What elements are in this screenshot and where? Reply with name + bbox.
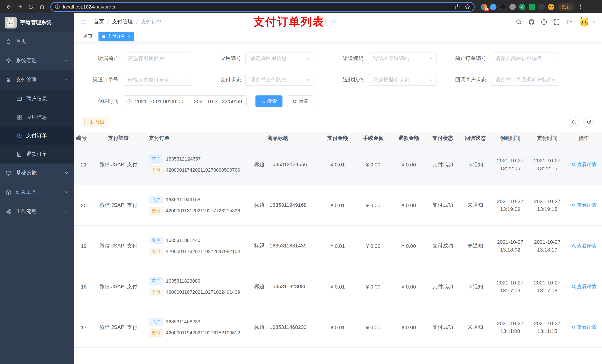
url-text: localhost:1024/pay/order <box>63 4 455 10</box>
merchant-select-input[interactable] <box>123 52 191 64</box>
collapse-sidebar-icon[interactable] <box>80 18 87 25</box>
search-icon <box>261 99 266 104</box>
back-icon[interactable] <box>4 2 13 11</box>
extension-icon[interactable]: 10 <box>481 3 487 10</box>
search-button[interactable]: 搜索 <box>256 95 282 107</box>
date-range-picker[interactable]: 2021-10-01 00:00:00 - 2021-10-31 23:59:5… <box>123 95 247 107</box>
browser-home-icon[interactable] <box>37 2 47 11</box>
forward-icon[interactable] <box>15 2 24 11</box>
column-header: 创建时间 <box>492 135 529 142</box>
profile-avatar-icon[interactable] <box>548 3 554 10</box>
extension-badge: 10 <box>484 8 489 11</box>
filter-merchant: 所属商户 <box>81 52 191 64</box>
sidebar-item-system[interactable]: 系统管理 <box>0 51 74 70</box>
view-detail-link[interactable]: 查看详情 <box>571 202 596 208</box>
cell-amount: ¥ 0.01 <box>320 202 355 208</box>
fullscreen-icon[interactable] <box>553 19 560 25</box>
refund-status-select[interactable]: 请选择退款状态 <box>368 74 437 86</box>
cell-refund: ¥ 0.00 <box>391 161 427 167</box>
chevron-down-icon <box>64 58 68 64</box>
tag-label: 首页 <box>84 33 93 40</box>
cell-pay-time: 2021-10-2713:17:08 <box>529 279 566 294</box>
pay-status-select[interactable]: 请选择支付状态 <box>246 74 314 86</box>
sidebar-item-pay-order[interactable]: 支付订单 <box>0 126 74 145</box>
sidebar-item-label: 工作流程 <box>16 208 37 215</box>
sidebar-item-label: 应用信息 <box>26 114 47 121</box>
sidebar-item-label: 基础设施 <box>16 170 37 177</box>
date-end[interactable]: 2021-10-31 23:59:59 <box>194 98 242 104</box>
extension-icon[interactable] <box>500 3 506 10</box>
cell-create-time: 2021-10-2713:18:02 <box>492 238 529 254</box>
reload-icon[interactable] <box>26 2 35 11</box>
sidebar-item-home[interactable]: 首页 <box>0 32 74 51</box>
sidebar-item-merchant-info[interactable]: 商户信息 <box>0 90 74 108</box>
sidebar-item-app-info[interactable]: 应用信息 <box>0 108 74 126</box>
search-icon <box>571 284 576 289</box>
filter-callback-status: 回调商户状态 请选择订单回调商户状态 <box>449 74 559 86</box>
sidebar-item-refund-order[interactable]: 退款订单 <box>0 145 74 164</box>
sidebar-item-workflow[interactable]: 工作流程 <box>0 202 74 221</box>
channel-order-no-input[interactable] <box>123 74 191 86</box>
user-avatar[interactable] <box>579 16 596 27</box>
merchant-order-no-input[interactable] <box>491 52 559 64</box>
export-button[interactable]: 导出 <box>85 117 109 127</box>
cell-pay-order: 商户1635311823086 支付4200001167202110271022… <box>144 277 249 296</box>
extension-icon[interactable] <box>490 3 496 10</box>
toggle-search-button[interactable] <box>569 117 579 127</box>
tag-pay-order[interactable]: 支付订单 × <box>98 32 134 41</box>
bookmark-star-icon[interactable] <box>465 4 470 10</box>
extension-icon[interactable] <box>509 3 516 10</box>
sidebar-item-label: 首页 <box>16 38 26 45</box>
help-icon[interactable]: ? <box>541 19 547 25</box>
cell-status: 支付成功 <box>427 202 459 208</box>
breadcrumb: 首页 / 支付管理 / 支付订单 <box>94 19 162 25</box>
share-icon[interactable] <box>455 4 460 10</box>
view-detail-link[interactable]: 查看详情 <box>571 283 596 290</box>
select-placeholder: 请输入渠道编码 <box>373 55 429 62</box>
reset-button[interactable]: 重置 <box>287 95 314 107</box>
reset-button-label: 重置 <box>299 98 308 105</box>
sidebar-item-dev-tools[interactable]: 研发工具 <box>0 183 74 202</box>
app-select[interactable]: 请选择应用信息 <box>246 52 314 64</box>
close-icon[interactable]: × <box>127 34 130 39</box>
select-placeholder: 请选择退款状态 <box>373 77 429 83</box>
search-icon <box>571 203 576 207</box>
refresh-table-button[interactable] <box>583 117 594 127</box>
sidebar-item-label: 支付订单 <box>26 132 47 139</box>
sidebar-item-infrastructure[interactable]: 基础设施 <box>0 164 74 183</box>
extension-icon[interactable] <box>538 3 545 10</box>
site-info-icon[interactable] <box>55 4 60 9</box>
callback-status-select[interactable]: 请选择订单回调商户状态 <box>491 74 559 86</box>
logo-avatar <box>5 17 17 29</box>
sidebar-item-payment[interactable]: 支付管理 <box>0 70 74 90</box>
view-detail-link[interactable]: 查看详情 <box>571 324 596 331</box>
browser-toolbar: localhost:1024/pay/order 10 ✓ 更新 <box>0 0 602 13</box>
browser-update-button[interactable]: 更新 <box>558 2 574 11</box>
extension-icon[interactable] <box>529 3 535 10</box>
pay-badge: 支付 <box>149 207 163 214</box>
search-icon <box>571 244 576 248</box>
extension-icon[interactable]: ✓ <box>519 3 525 10</box>
sidebar-item-label: 研发工具 <box>16 189 37 196</box>
table-row: 18 微信 JSAPI 支付 商户1635311823086 支付4200001… <box>74 266 602 307</box>
view-detail-link[interactable]: 查看详情 <box>571 242 596 249</box>
tag-home[interactable]: 首页 <box>80 32 96 41</box>
search-icon <box>571 325 576 329</box>
breadcrumb-item[interactable]: 支付管理 <box>112 19 133 25</box>
cell-action: 查看详情 <box>566 202 602 208</box>
pay-order-no: 4200001167202110271022491439 <box>166 289 240 295</box>
field-label: 渠道编码 <box>327 55 368 62</box>
date-start[interactable]: 2021-10-01 00:00:00 <box>135 98 183 104</box>
address-bar[interactable]: localhost:1024/pay/order <box>50 2 475 12</box>
font-size-icon[interactable]: TT <box>566 19 572 25</box>
browser-menu-icon[interactable] <box>578 4 583 9</box>
cell-refund: ¥ 0.00 <box>391 283 427 290</box>
channel-code-select[interactable]: 请输入渠道编码 <box>368 52 437 64</box>
navbar-actions: ? TT <box>516 16 596 27</box>
search-icon[interactable] <box>516 19 522 25</box>
breadcrumb-item[interactable]: 首页 <box>94 19 104 25</box>
view-detail-link[interactable]: 查看详情 <box>571 161 596 168</box>
filter-row: 渠道订单号 支付状态 请选择支付状态 退款状态 请选择退款状态 回调商户状态 请… <box>74 74 602 86</box>
github-icon[interactable] <box>528 19 535 25</box>
grid-icon <box>16 114 22 120</box>
